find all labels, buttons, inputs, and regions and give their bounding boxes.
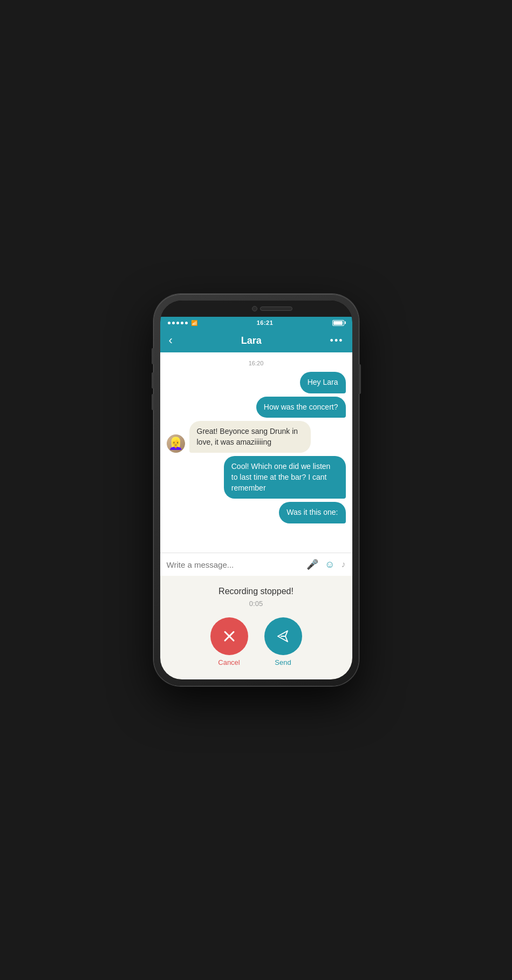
cancel-label: Cancel	[218, 658, 240, 666]
signal-dot-4	[181, 322, 183, 324]
message-bubble: Cool! Which one did we listen to last ti…	[224, 456, 346, 499]
message-row: Was it this one:	[167, 502, 346, 523]
signal-dot-5	[185, 322, 188, 324]
phone-frame: 📶 16:21 ‹ Lara ••• 16:20 Hey Lara	[154, 294, 359, 686]
cancel-button[interactable]	[210, 617, 248, 655]
message-row: Great! Beyonce sang Drunk in love, it wa…	[167, 421, 346, 453]
message-bubble: Hey Lara	[300, 372, 346, 393]
signal-dot-1	[168, 322, 170, 324]
signal-area: 📶	[168, 320, 197, 326]
send-label: Send	[275, 658, 291, 666]
phone-screen: 📶 16:21 ‹ Lara ••• 16:20 Hey Lara	[160, 301, 352, 679]
battery-icon	[332, 320, 344, 326]
nav-bar: ‹ Lara •••	[160, 329, 352, 352]
recording-buttons: Cancel Send	[210, 617, 302, 666]
emoji-icon[interactable]: ☺	[325, 559, 334, 570]
camera	[252, 306, 257, 311]
message-row: Cool! Which one did we listen to last ti…	[167, 456, 346, 499]
back-button[interactable]: ‹	[169, 335, 173, 346]
recording-title: Recording stopped!	[219, 587, 293, 596]
screen: 📶 16:21 ‹ Lara ••• 16:20 Hey Lara	[160, 317, 352, 679]
wifi-icon: 📶	[191, 320, 197, 326]
mic-icon[interactable]: 🎤	[306, 559, 318, 570]
chat-timestamp: 16:20	[167, 360, 346, 366]
send-button[interactable]	[264, 617, 302, 655]
message-row: How was the concert?	[167, 397, 346, 418]
message-row: Hey Lara	[167, 372, 346, 393]
input-icons: 🎤 ☺ ♪	[306, 559, 345, 570]
recording-time: 0:05	[249, 600, 263, 608]
recording-panel: Recording stopped! 0:05 Cancel	[160, 576, 352, 679]
message-bubble: How was the concert?	[256, 397, 346, 418]
message-bubble: Great! Beyonce sang Drunk in love, it wa…	[189, 421, 311, 453]
status-bar: 📶 16:21	[160, 317, 352, 329]
signal-dot-3	[176, 322, 179, 324]
avatar-image	[167, 434, 185, 453]
nav-title: Lara	[241, 335, 262, 346]
speaker	[260, 307, 292, 311]
more-button[interactable]: •••	[330, 335, 344, 346]
battery-fill	[333, 321, 342, 325]
message-input[interactable]	[167, 560, 302, 569]
chat-area: 16:20 Hey Lara How was the concert? Grea…	[160, 352, 352, 553]
cancel-btn-wrapper: Cancel	[210, 617, 248, 666]
input-area: 🎤 ☺ ♪	[160, 553, 352, 576]
music-icon[interactable]: ♪	[342, 560, 346, 569]
phone-top-bar	[160, 301, 352, 317]
avatar	[167, 434, 185, 453]
status-time: 16:21	[257, 319, 274, 326]
x-icon	[222, 629, 237, 644]
send-btn-wrapper: Send	[264, 617, 302, 666]
send-icon	[276, 629, 291, 644]
signal-dot-2	[172, 322, 175, 324]
message-bubble: Was it this one:	[279, 502, 345, 523]
